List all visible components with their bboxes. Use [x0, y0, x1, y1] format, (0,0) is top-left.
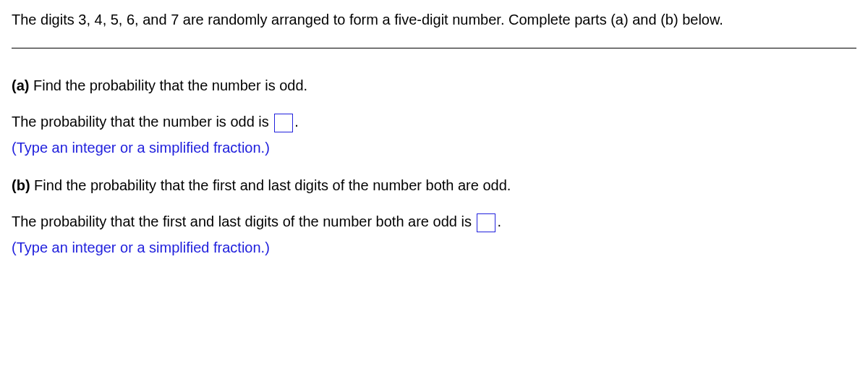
problem-intro: The digits 3, 4, 5, 6, and 7 are randoml…: [12, 9, 856, 30]
part-b-question-text: Find the probability that the first and …: [30, 177, 511, 193]
part-b-answer-prefix: The probability that the first and last …: [12, 213, 475, 229]
part-a-answer-line: The probability that the number is odd i…: [12, 111, 856, 132]
part-b-answer-input[interactable]: [477, 213, 495, 232]
part-a-question-text: Find the probability that the number is …: [29, 77, 307, 93]
part-b-hint: (Type an integer or a simplified fractio…: [12, 237, 856, 258]
part-b-label: (b): [12, 177, 30, 193]
part-a-answer-input[interactable]: [274, 114, 293, 132]
part-a-answer-suffix: .: [294, 114, 299, 130]
part-a-question: (a) Find the probability that the number…: [12, 75, 856, 96]
part-a-hint: (Type an integer or a simplified fractio…: [12, 137, 856, 158]
part-b-answer-suffix: .: [497, 213, 501, 229]
divider: [12, 48, 856, 48]
part-a-answer-prefix: The probability that the number is odd i…: [12, 114, 273, 130]
part-a-label: (a): [12, 77, 29, 93]
part-b-question: (b) Find the probability that the first …: [12, 174, 856, 196]
part-b-answer-line: The probability that the first and last …: [12, 211, 856, 232]
